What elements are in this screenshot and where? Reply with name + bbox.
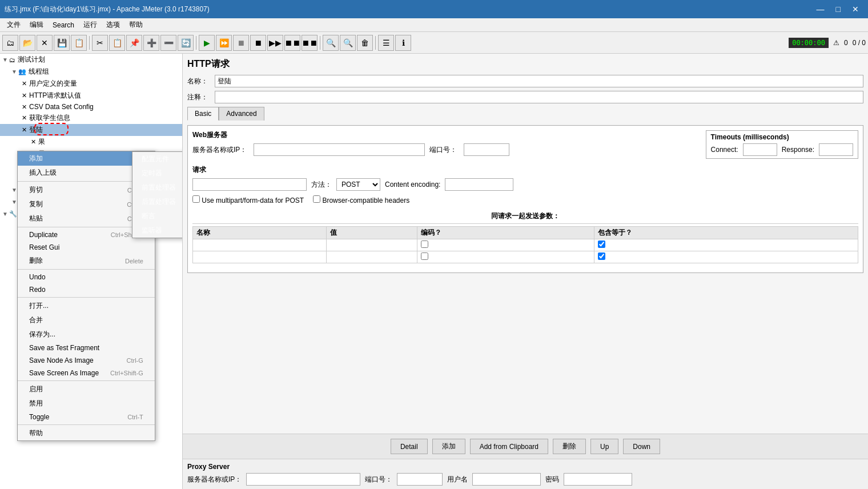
ctx-save-screen-image[interactable]: Save Screen As Image Ctrl+Shift-G [18, 367, 155, 379]
tree-item-thread-group-1[interactable]: ▼ 👥 线程组 [0, 66, 182, 78]
toolbar-run-no-pause[interactable]: ⏩ [216, 35, 232, 51]
submenu-post[interactable]: 后置处理器▶ BeanShell PostProcessor BSF PostP… [132, 195, 183, 209]
sep3 [320, 36, 320, 50]
proxy-port-input[interactable] [397, 473, 443, 486]
tree-item-result-1[interactable]: ✕ 果 [0, 136, 182, 148]
ctx-merge[interactable]: 合并 [18, 313, 155, 327]
ctx-save-test-fragment[interactable]: Save as Test Fragment [18, 342, 155, 354]
ctx-label: 禁用 [29, 399, 43, 408]
include-checkbox[interactable] [598, 252, 605, 260]
menu-run[interactable]: 运行 [79, 19, 102, 31]
ctx-open[interactable]: 打开... [18, 299, 155, 313]
connect-input[interactable] [743, 143, 777, 156]
tab-basic[interactable]: Basic [187, 107, 219, 121]
toolbar-stop[interactable]: ⏹ [233, 35, 249, 51]
host-input[interactable] [254, 143, 425, 156]
toolbar-info[interactable]: ℹ [395, 35, 411, 51]
encode-checkbox[interactable] [421, 252, 428, 260]
comment-label: 注释： [187, 93, 210, 102]
encode-checkbox[interactable] [421, 241, 428, 248]
checkbox-row: Use multipart/form-data for POST Browser… [192, 195, 858, 205]
item-icon: ✕ [31, 138, 36, 146]
toolbar-remote-stop-all[interactable]: ⏹⏹ [302, 35, 318, 51]
multipart-checkbox[interactable] [192, 195, 200, 203]
toolbar-get-vars[interactable]: 🔍 [323, 35, 339, 51]
menu-search[interactable]: Search [48, 20, 79, 30]
tab-content: Web服务器 服务器名称或IP： 端口号： Timeouts (millisec… [187, 125, 863, 273]
menu-edit[interactable]: 编辑 [25, 19, 48, 31]
ctx-redo[interactable]: Redo [18, 283, 155, 296]
ctx-delete[interactable]: 删除 Delete [18, 254, 155, 268]
tree-item-test-plan[interactable]: ▼ 🗂 测试计划 [0, 54, 182, 66]
proxy-title: Proxy Server [187, 463, 863, 471]
proxy-user-input[interactable] [472, 473, 541, 486]
ctx-toggle[interactable]: Toggle Ctrl-T [18, 411, 155, 423]
toolbar-copy[interactable]: 📋 [109, 35, 125, 51]
encoding-input[interactable] [445, 178, 513, 191]
submenu-pre[interactable]: 前置处理器▶ [132, 181, 183, 195]
ctx-add[interactable]: 添加 ▶ 配置元件▶ 定时器▶ 前置处理器▶ 后置处理器▶ [18, 151, 155, 166]
toolbar-clear-all[interactable]: 🗑 [357, 35, 373, 51]
tree-label: HTTP请求默认值 [29, 91, 81, 101]
name-input[interactable] [215, 75, 863, 87]
ctx-shortcut: Ctrl-T [127, 414, 143, 420]
tree-item-get-student[interactable]: ✕ 获取学生信息 [0, 112, 182, 124]
include-checkbox[interactable] [598, 241, 605, 248]
ctx-undo[interactable]: Undo [18, 271, 155, 283]
ctx-save-as[interactable]: 保存为... [18, 327, 155, 342]
path-input[interactable] [192, 178, 307, 191]
toolbar-list[interactable]: ☰ [378, 35, 394, 51]
toolbar-expand[interactable]: ➕ [143, 35, 159, 51]
toolbar-remote-run[interactable]: ▶▶ [267, 35, 283, 51]
submenu-assert[interactable]: 断言▶ [132, 209, 183, 223]
response-input[interactable] [819, 143, 853, 156]
ctx-enable[interactable]: 启用 [18, 382, 155, 396]
up-button[interactable]: Up [590, 439, 618, 454]
toolbar-save[interactable]: 💾 [54, 35, 70, 51]
toolbar-remote-stop[interactable]: ⏹⏹ [284, 35, 300, 51]
browser-headers-label[interactable]: Browser-compatible headers [313, 195, 409, 205]
toolbar-save-all[interactable]: 📋 [71, 35, 87, 51]
toolbar-toggle[interactable]: 🔄 [178, 35, 194, 51]
toolbar-stop-now[interactable]: ⏹ [250, 35, 266, 51]
toolbar-collapse[interactable]: ➖ [160, 35, 176, 51]
ctx-save-node-image[interactable]: Save Node As Image Ctrl-G [18, 354, 155, 367]
tree-item-login[interactable]: ✕ 登陆 [0, 124, 182, 136]
comment-input[interactable] [215, 91, 863, 103]
close-button[interactable]: ✕ [847, 3, 863, 15]
delete-button[interactable]: 删除 [553, 439, 586, 454]
toolbar-open[interactable]: 📂 [19, 35, 35, 51]
port-input[interactable] [464, 143, 509, 156]
maximize-button[interactable]: □ [831, 3, 845, 15]
ctx-help[interactable]: 帮助 [18, 426, 155, 440]
toolbar-paste[interactable]: 📌 [126, 35, 142, 51]
submenu-timer[interactable]: 定时器▶ [132, 166, 183, 181]
tree-item-csv[interactable]: ✕ CSV Data Set Config [0, 102, 182, 112]
ctx-reset-gui[interactable]: Reset Gui [18, 241, 155, 254]
multipart-label[interactable]: Use multipart/form-data for POST [192, 195, 304, 205]
toolbar-close[interactable]: ✕ [37, 35, 53, 51]
proxy-host-input[interactable] [246, 473, 360, 486]
method-select[interactable]: POST GET PUT DELETE [336, 178, 380, 191]
toolbar-run[interactable]: ▶ [199, 35, 215, 51]
add-button[interactable]: 添加 [432, 439, 465, 454]
menu-file[interactable]: 文件 [2, 19, 25, 31]
tab-advanced[interactable]: Advanced [219, 107, 264, 121]
tree-item-user-vars[interactable]: ✕ 用户定义的变量 [0, 78, 182, 90]
ctx-disable[interactable]: 禁用 [18, 396, 155, 411]
submenu-listener[interactable]: 监听器▶ [132, 223, 183, 238]
browser-headers-checkbox[interactable] [313, 195, 320, 203]
minimize-button[interactable]: — [812, 3, 829, 15]
ctx-label: Save Screen As Image [29, 369, 99, 377]
menu-options[interactable]: 选项 [102, 19, 124, 31]
detail-button[interactable]: Detail [391, 439, 428, 454]
submenu-config[interactable]: 配置元件▶ [132, 152, 183, 166]
proxy-pass-input[interactable] [564, 473, 632, 486]
menu-help[interactable]: 帮助 [124, 19, 147, 31]
toolbar-clear[interactable]: 🔍 [340, 35, 356, 51]
add-clipboard-button[interactable]: Add from Clipboard [470, 439, 548, 454]
toolbar-cut[interactable]: ✂ [92, 35, 108, 51]
down-button[interactable]: Down [623, 439, 660, 454]
tree-item-http-auth[interactable]: ✕ HTTP请求默认值 [0, 90, 182, 102]
toolbar-new[interactable]: 🗂 [2, 35, 18, 51]
